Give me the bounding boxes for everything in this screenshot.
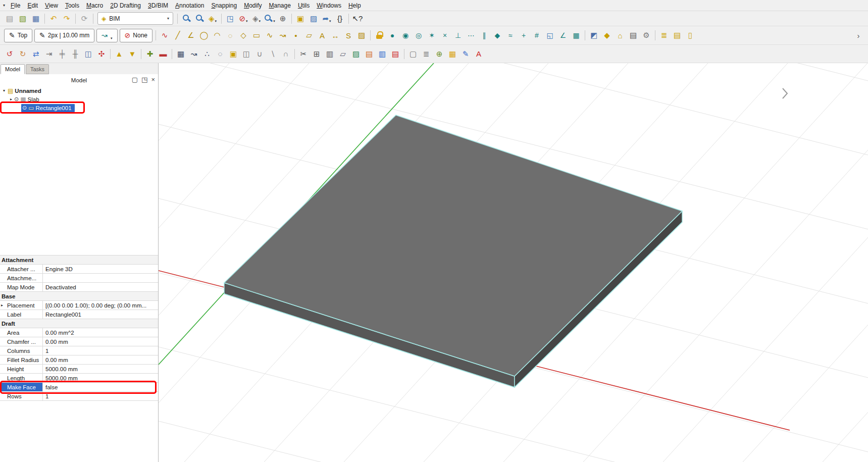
property-value[interactable]: 0.00 mm	[43, 355, 158, 364]
path-array-icon[interactable]: ↝	[188, 48, 200, 60]
circular-array-icon[interactable]: ◌	[214, 48, 226, 60]
tree-expander-icon[interactable]: ▸	[8, 97, 14, 101]
property-name[interactable]: Label	[0, 310, 43, 319]
dock-restore-icon[interactable]: ▢	[132, 76, 138, 84]
snap-parallel-icon[interactable]: ∥	[478, 29, 490, 41]
menubar-overflow-icon[interactable]: ▾	[1, 3, 7, 8]
save-document-icon[interactable]: ▦	[30, 13, 42, 25]
menu-edit[interactable]: Edit	[24, 1, 41, 11]
arc-tool-icon[interactable]: ◠	[211, 29, 223, 41]
property-name[interactable]: Length	[0, 374, 43, 382]
library-folder-icon[interactable]: ▨	[308, 13, 320, 25]
add-point-icon[interactable]: ✚	[144, 48, 156, 60]
stack-icon[interactable]: ≣	[420, 48, 432, 60]
spreadsheet-icon[interactable]: ▦	[446, 48, 458, 60]
undo-icon[interactable]: ↶	[47, 13, 60, 25]
property-name[interactable]: Chamfer ...	[0, 337, 43, 346]
property-name[interactable]: ▸Placement	[0, 301, 43, 310]
clone-icon[interactable]: ▣	[227, 48, 239, 60]
working-plane-button[interactable]: ✎Top	[4, 29, 32, 42]
snap-endpoint-icon[interactable]: ●	[386, 29, 398, 41]
union-icon[interactable]: ∪	[253, 48, 266, 60]
property-value[interactable]	[43, 274, 158, 282]
viewport-3d[interactable]	[159, 63, 868, 462]
tab-tasks[interactable]: Tasks	[26, 64, 49, 74]
menu-utils[interactable]: Utils	[294, 1, 313, 11]
snap-near-icon[interactable]: ≈	[504, 29, 517, 41]
property-value[interactable]: [(0.00 0.00 1.00); 0.00 deg; (0.00 mm...	[43, 301, 158, 310]
property-value[interactable]: 1	[43, 392, 158, 400]
report-view-icon[interactable]: ▥	[376, 48, 388, 60]
menu-annotation[interactable]: Annotation	[172, 1, 208, 11]
snap-perpendicular-icon[interactable]: ⊥	[452, 29, 464, 41]
annotation-styles-icon[interactable]: ✎	[459, 48, 472, 60]
visibility-icon[interactable]: ◈▾	[250, 13, 263, 25]
workbench-selector[interactable]: ◈BIM▾	[97, 12, 173, 25]
snap-special-icon[interactable]: ◆	[491, 29, 503, 41]
menu-windows[interactable]: Windows	[313, 1, 345, 11]
building-tool-icon[interactable]: ⌂	[614, 29, 626, 41]
refresh-icon[interactable]: ⟳	[78, 13, 90, 25]
autogroup-button[interactable]: ⊘None	[120, 29, 152, 42]
toolbar-overflow-icon[interactable]: ›	[852, 29, 864, 41]
menu-file[interactable]: File	[7, 1, 24, 11]
property-value[interactable]: 1	[43, 346, 158, 355]
toggle-grid-icon[interactable]: ▦	[570, 29, 582, 41]
tree-item-unnamed[interactable]: ▾▤Unnamed	[0, 86, 158, 95]
new-layer-icon[interactable]: ⊕	[433, 48, 445, 60]
layer-manager-icon[interactable]: ▤	[671, 29, 683, 41]
pdf-export-icon[interactable]: ▤	[389, 48, 401, 60]
snap-lock-icon[interactable]	[373, 29, 385, 41]
point-tool-icon[interactable]: •	[290, 29, 302, 41]
dimension-tool-icon[interactable]: ↔	[329, 29, 341, 41]
bezier-tool-icon[interactable]: ↝	[277, 29, 289, 41]
facebinder-tool-icon[interactable]: ▱	[303, 29, 315, 41]
shape2dview-icon[interactable]: ▱	[337, 48, 349, 60]
sketch-icon[interactable]: ∿	[159, 29, 171, 41]
fit-all-icon[interactable]	[180, 13, 192, 25]
polyline-tool-icon[interactable]: ∠	[185, 29, 197, 41]
rotate-copy-icon[interactable]: ↻	[17, 48, 29, 60]
sync-view-icon[interactable]: ◳	[224, 13, 236, 25]
style-check-icon[interactable]: A	[473, 48, 485, 60]
point-array-icon[interactable]: ∴	[201, 48, 213, 60]
menu-help[interactable]: Help	[345, 1, 365, 11]
open-document-icon[interactable]: ▧	[17, 13, 29, 25]
dock-close-icon[interactable]: ×	[151, 76, 155, 84]
menu-view[interactable]: View	[41, 1, 62, 11]
snap-intersection-icon[interactable]: ×	[439, 29, 451, 41]
mirror-copy-icon[interactable]: ◫	[240, 48, 252, 60]
property-value[interactable]: Deactivated	[43, 283, 158, 291]
tree-item-rectangle001[interactable]: ⊙▭Rectangle001	[0, 104, 158, 112]
tree-item-slab[interactable]: ▸⊙▦Slab	[0, 95, 158, 104]
menu-snapping[interactable]: Snapping	[208, 1, 240, 11]
views-manager-icon[interactable]: ◩	[588, 29, 600, 41]
slab-tool-icon[interactable]: ◆	[601, 29, 613, 41]
tree-expander-icon[interactable]: ▾	[1, 88, 7, 93]
property-value[interactable]: Engine 3D	[43, 265, 158, 273]
snap-angle-icon[interactable]: ✶	[426, 29, 438, 41]
menu-3d-bim[interactable]: 3D/BIM	[144, 1, 172, 11]
snap-dimensions-icon[interactable]: ∠	[557, 29, 569, 41]
split-icon[interactable]: ╫	[69, 48, 81, 60]
zoom-tools-icon[interactable]: ▾	[264, 13, 276, 25]
property-name[interactable]: Area	[0, 328, 43, 337]
menu-manage[interactable]: Manage	[266, 1, 294, 11]
column-tool-icon[interactable]: ▯	[684, 29, 696, 41]
draw-style-icon[interactable]: ⊘▾	[237, 13, 249, 25]
rotate-icon[interactable]: ↺	[4, 48, 16, 60]
downgrade-icon[interactable]: ▼	[126, 48, 138, 60]
intersection-icon[interactable]: ∩	[280, 48, 292, 60]
axonometric-view-icon[interactable]: ◈▾	[207, 13, 219, 25]
stretch-icon[interactable]: ✣	[95, 48, 108, 60]
property-value[interactable]: 0.00 mm	[43, 337, 158, 346]
property-value[interactable]: Rectangle001	[43, 310, 158, 319]
property-name[interactable]: Attacher ...	[0, 265, 43, 273]
rectangle-tool-icon[interactable]: ▭	[250, 29, 263, 41]
fit-selection-icon[interactable]	[193, 13, 206, 25]
tab-model[interactable]: Model	[1, 64, 25, 74]
snap-ortho-icon[interactable]: +	[518, 29, 530, 41]
snap-grid-icon[interactable]: #	[531, 29, 543, 41]
property-value[interactable]: 5000.00 mm	[43, 365, 158, 373]
shapestring-tool-icon[interactable]: S	[342, 29, 354, 41]
